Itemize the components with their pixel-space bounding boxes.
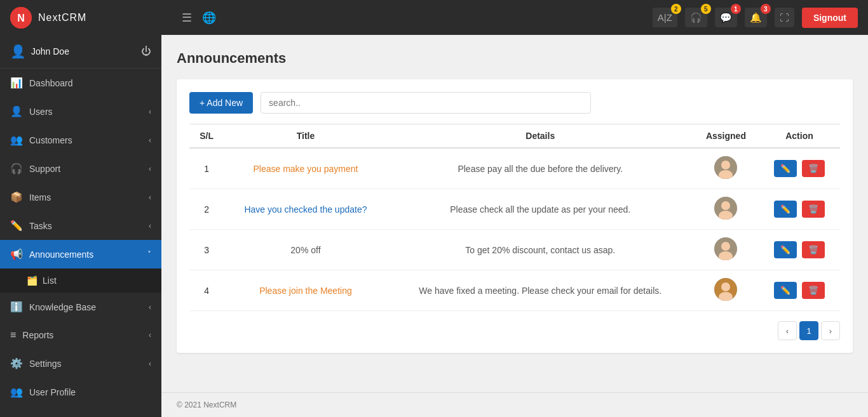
col-sl: S/L (189, 124, 224, 149)
bell-icon-btn[interactable]: 🔔 3 (745, 8, 767, 27)
announcements-table: S/L Title Details Assigned Action 1 Plea… (189, 124, 840, 311)
sidebar-item-reports[interactable]: ≡ Reports ‹ (0, 321, 161, 349)
sidebar-item-label: Settings (29, 359, 62, 369)
col-details: Details (388, 124, 693, 149)
footer-text: © 2021 NextCRM (177, 400, 236, 409)
chevron-right-icon: ‹ (149, 107, 151, 116)
signout-button[interactable]: Signout (802, 8, 858, 28)
edit-button[interactable]: ✏️ (774, 160, 797, 177)
customers-icon: 👥 (10, 134, 23, 146)
sidebar-item-knowledge-base[interactable]: ℹ️ Knowledge Base ‹ (0, 293, 161, 321)
sidebar-item-label: Customers (29, 135, 72, 145)
power-icon[interactable]: ⏻ (141, 46, 151, 57)
table-row: 3 20% off To get 20% discount, contact u… (189, 230, 840, 270)
sidebar-item-support[interactable]: 🎧 Support ‹ (0, 154, 161, 183)
cell-action: ✏️ 🗑️ (759, 189, 840, 230)
sidebar-item-user-profile[interactable]: 👥 User Profile (0, 378, 161, 406)
col-action: Action (759, 124, 840, 149)
svg-point-12 (721, 282, 730, 291)
chevron-down-icon: ˅ (147, 250, 151, 259)
sidebar-subitem-list[interactable]: 🗂️ List (0, 268, 161, 293)
pagination-prev[interactable]: ‹ (778, 321, 797, 340)
delete-button[interactable]: 🗑️ (802, 160, 825, 177)
user-profile-icon: 👥 (10, 386, 23, 398)
sidebar-item-customers[interactable]: 👥 Customers ‹ (0, 126, 161, 154)
topbar: N NextCRM ☰ 🌐 A|Z 2 🎧 5 💬 1 🔔 3 ⛶ Signou… (0, 0, 868, 35)
chevron-right-icon: ‹ (149, 193, 151, 202)
sidebar-item-items[interactable]: 📦 Items ‹ (0, 183, 161, 211)
add-new-button[interactable]: + Add New (189, 92, 253, 114)
headset-badge: 5 (701, 4, 711, 14)
pagination-page-1[interactable]: 1 (799, 321, 818, 340)
chat-icon: 💬 (720, 12, 732, 23)
cell-assigned (693, 148, 759, 189)
cell-sl: 1 (189, 148, 224, 189)
cell-action: ✏️ 🗑️ (759, 148, 840, 189)
table-header-row: S/L Title Details Assigned Action (189, 124, 840, 149)
chevron-right-icon: ‹ (149, 136, 151, 145)
chevron-right-icon: ‹ (149, 164, 151, 173)
user-name: John Doe (31, 46, 69, 56)
users-icon: 👤 (10, 105, 23, 117)
sidebar-item-dashboard[interactable]: 📊 Dashboard (0, 69, 161, 97)
avatar (714, 278, 737, 301)
announcements-icon: 📢 (10, 248, 23, 260)
chat-icon-btn[interactable]: 💬 1 (715, 8, 737, 27)
cell-sl: 2 (189, 189, 224, 230)
cell-assigned (693, 230, 759, 270)
cell-details: Please pay all the due before the delive… (388, 148, 693, 189)
logo-icon: N (10, 7, 32, 29)
sidebar-item-announcements[interactable]: 📢 Announcements ˅ (0, 240, 161, 268)
sidebar-item-tasks[interactable]: ✏️ Tasks ‹ (0, 211, 161, 240)
sidebar-user-left: 👤 John Doe (10, 44, 69, 59)
menu-icon[interactable]: ☰ (182, 11, 192, 25)
table-row: 1 Please make you payment Please pay all… (189, 148, 840, 189)
page-title: Announcements (177, 50, 853, 67)
cell-assigned (693, 270, 759, 311)
sidebar-item-label: User Profile (29, 387, 76, 397)
col-assigned: Assigned (693, 124, 759, 149)
cell-sl: 4 (189, 270, 224, 311)
delete-button[interactable]: 🗑️ (802, 201, 825, 218)
search-input[interactable] (261, 92, 591, 114)
pagination-next[interactable]: › (821, 321, 840, 340)
edit-button[interactable]: ✏️ (774, 241, 797, 258)
translate-icon-btn[interactable]: A|Z 2 (653, 8, 677, 27)
sidebar-item-label: Tasks (29, 221, 52, 231)
pagination: ‹ 1 › (189, 321, 840, 340)
col-title: Title (224, 124, 387, 149)
sidebar-item-users[interactable]: 👤 Users ‹ (0, 97, 161, 126)
sidebar-item-label: Items (29, 192, 51, 202)
table-row: 2 Have you checked the update? Please ch… (189, 189, 840, 230)
svg-point-6 (721, 201, 730, 210)
table-row: 4 Please join the Meeting We have fixed … (189, 270, 840, 311)
sidebar-item-settings[interactable]: ⚙️ Settings ‹ (0, 349, 161, 378)
cell-title: 20% off (224, 230, 387, 270)
sidebar-item-label: Users (29, 107, 53, 117)
edit-button[interactable]: ✏️ (774, 282, 797, 299)
bell-badge: 3 (761, 4, 771, 14)
topbar-middle: ☰ 🌐 (172, 11, 653, 25)
globe-icon[interactable]: 🌐 (202, 11, 216, 25)
sidebar-item-label: Dashboard (29, 78, 73, 88)
items-icon: 📦 (10, 191, 23, 203)
topbar-brand: N NextCRM (10, 7, 172, 29)
delete-button[interactable]: 🗑️ (802, 282, 825, 299)
cell-details: Please check all the update as per your … (388, 189, 693, 230)
cell-title: Have you checked the update? (224, 189, 387, 230)
delete-button[interactable]: 🗑️ (802, 241, 825, 258)
sidebar-item-label: Support (29, 164, 60, 174)
expand-icon-btn[interactable]: ⛶ (775, 8, 794, 27)
toolbar: + Add New (189, 92, 840, 114)
svg-text:N: N (17, 13, 25, 23)
headset-icon-btn[interactable]: 🎧 5 (685, 8, 707, 27)
chat-badge: 1 (731, 4, 741, 14)
tasks-icon: ✏️ (10, 220, 23, 232)
edit-button[interactable]: ✏️ (774, 201, 797, 218)
sidebar-subitem-label: List (43, 275, 57, 286)
headset-icon: 🎧 (690, 12, 702, 23)
knowledge-base-icon: ℹ️ (10, 301, 23, 313)
content-card: + Add New S/L Title Details Assigned Act… (177, 79, 853, 353)
reports-icon: ≡ (10, 329, 16, 341)
cell-sl: 3 (189, 230, 224, 270)
